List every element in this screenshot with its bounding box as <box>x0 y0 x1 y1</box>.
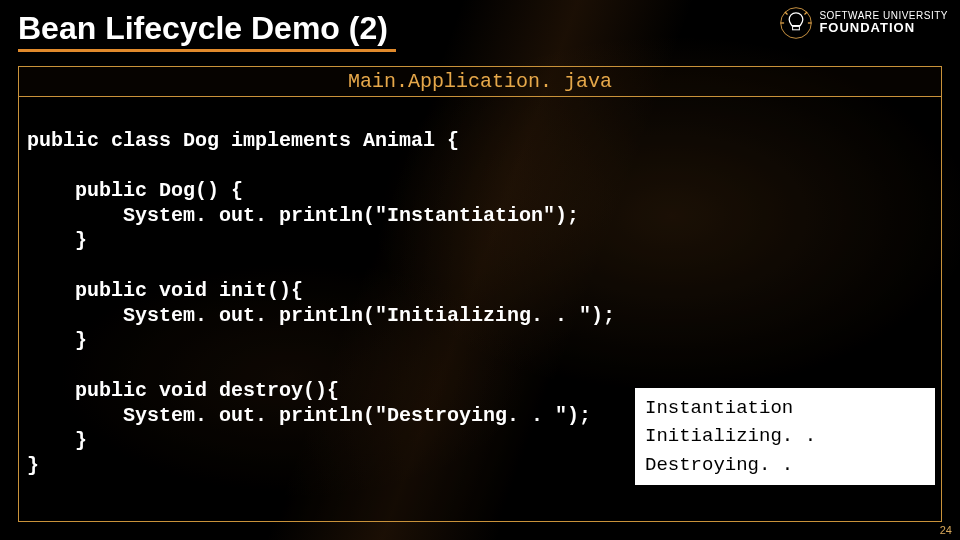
svg-line-5 <box>805 12 808 15</box>
output-box: Instantiation Initializing. . Destroying… <box>635 388 935 486</box>
svg-line-4 <box>785 12 788 15</box>
code-content: public class Dog implements Animal { pub… <box>27 129 615 477</box>
logo: SOFTWARE UNIVERSITY FOUNDATION <box>779 6 948 40</box>
svg-rect-1 <box>793 26 800 29</box>
logo-line2: FOUNDATION <box>819 21 948 35</box>
page-number: 24 <box>940 524 952 536</box>
logo-text: SOFTWARE UNIVERSITY FOUNDATION <box>819 10 948 35</box>
slide-title: Bean Lifecycle Demo (2) <box>18 10 396 52</box>
code-box-body: public class Dog implements Animal { pub… <box>19 97 941 521</box>
code-box-header: Main.Application. java <box>19 67 941 97</box>
code-box: Main.Application. java public class Dog … <box>18 66 942 522</box>
lightbulb-icon <box>779 6 813 40</box>
